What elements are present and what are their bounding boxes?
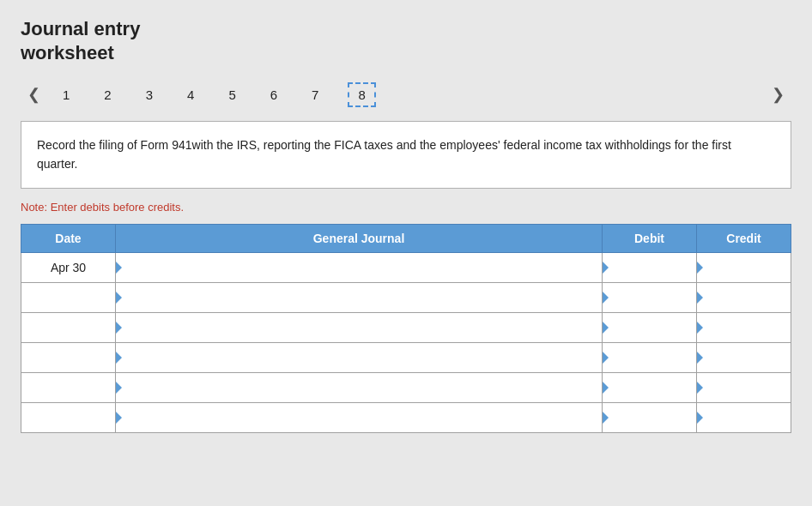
credit-cell-3[interactable]	[697, 342, 791, 372]
journal-input-0[interactable]	[116, 253, 602, 282]
journal-cell-3[interactable]	[116, 342, 603, 372]
debit-cell-5[interactable]	[603, 402, 697, 432]
triangle-icon	[116, 292, 122, 304]
debit-cell-3[interactable]	[603, 342, 697, 372]
nav-num-3[interactable]: 3	[141, 84, 158, 105]
journal-input-4[interactable]	[116, 373, 602, 402]
journal-cell-2[interactable]	[116, 312, 603, 342]
triangle-icon	[603, 322, 609, 334]
nav-numbers: 1 2 3 4 5 6 7 8	[47, 82, 765, 107]
triangle-icon	[697, 352, 703, 364]
table-row	[21, 402, 791, 432]
credit-input-3[interactable]	[697, 343, 791, 372]
date-cell-2	[21, 312, 116, 342]
triangle-icon	[116, 322, 122, 334]
triangle-icon	[603, 352, 609, 364]
triangle-icon	[697, 322, 703, 334]
nav-num-5[interactable]: 5	[223, 84, 240, 105]
journal-table: Date General Journal Debit Credit Apr 30	[21, 224, 791, 433]
debit-input-0[interactable]	[603, 253, 696, 282]
table-row	[21, 372, 791, 402]
journal-cell-0[interactable]	[116, 252, 603, 282]
col-header-debit: Debit	[603, 224, 697, 252]
nav-num-7[interactable]: 7	[306, 84, 324, 105]
credit-cell-2[interactable]	[697, 312, 791, 342]
credit-input-1[interactable]	[697, 283, 791, 312]
nav-num-8[interactable]: 8	[348, 82, 375, 107]
page-title: Journal entry worksheet	[21, 17, 791, 64]
debit-input-5[interactable]	[603, 403, 696, 432]
triangle-icon	[603, 262, 609, 274]
debit-cell-2[interactable]	[603, 312, 697, 342]
credit-input-2[interactable]	[697, 313, 791, 342]
journal-cell-4[interactable]	[116, 372, 603, 402]
date-cell-0: Apr 30	[21, 252, 116, 282]
table-row	[21, 342, 791, 372]
table-row: Apr 30	[21, 252, 791, 282]
debit-cell-0[interactable]	[603, 252, 697, 282]
debit-input-3[interactable]	[603, 343, 696, 372]
nav-num-2[interactable]: 2	[99, 84, 116, 105]
table-row	[21, 312, 791, 342]
triangle-icon	[697, 292, 703, 304]
date-cell-4	[21, 372, 116, 402]
triangle-icon	[697, 412, 703, 424]
credit-input-5[interactable]	[697, 403, 791, 432]
triangle-icon	[697, 382, 703, 394]
journal-input-5[interactable]	[116, 403, 602, 432]
credit-cell-1[interactable]	[697, 282, 791, 312]
col-header-date: Date	[21, 224, 116, 252]
debit-input-2[interactable]	[603, 313, 696, 342]
description-text: Record the filing of Form 941with the IR…	[37, 138, 731, 171]
journal-input-3[interactable]	[116, 343, 602, 372]
triangle-icon	[603, 292, 609, 304]
debit-input-4[interactable]	[603, 373, 696, 402]
debit-input-1[interactable]	[603, 283, 696, 312]
nav-num-1[interactable]: 1	[58, 84, 75, 105]
triangle-icon	[116, 352, 122, 364]
credit-cell-4[interactable]	[697, 372, 791, 402]
nav-num-6[interactable]: 6	[265, 84, 282, 105]
credit-input-0[interactable]	[697, 253, 791, 282]
date-cell-1	[21, 282, 116, 312]
credit-input-4[interactable]	[697, 373, 791, 402]
col-header-credit: Credit	[697, 224, 791, 252]
credit-cell-0[interactable]	[697, 252, 791, 282]
note-text: Note: Enter debits before credits.	[21, 201, 791, 214]
triangle-icon	[116, 262, 122, 274]
nav-num-4[interactable]: 4	[182, 84, 199, 105]
journal-input-2[interactable]	[116, 313, 602, 342]
credit-cell-5[interactable]	[697, 402, 791, 432]
journal-cell-1[interactable]	[116, 282, 603, 312]
nav-bar: ❮ 1 2 3 4 5 6 7 8 ❯	[21, 81, 791, 107]
journal-input-1[interactable]	[116, 283, 602, 312]
journal-cell-5[interactable]	[116, 402, 603, 432]
triangle-icon	[697, 262, 703, 274]
triangle-icon	[603, 382, 609, 394]
debit-cell-4[interactable]	[603, 372, 697, 402]
prev-arrow[interactable]: ❮	[21, 81, 47, 107]
col-header-journal: General Journal	[116, 224, 603, 252]
triangle-icon	[116, 412, 122, 424]
description-box: Record the filing of Form 941with the IR…	[21, 121, 791, 189]
date-cell-5	[21, 402, 116, 432]
next-arrow[interactable]: ❯	[765, 81, 791, 107]
triangle-icon	[603, 412, 609, 424]
debit-cell-1[interactable]	[603, 282, 697, 312]
date-cell-3	[21, 342, 116, 372]
triangle-icon	[116, 382, 122, 394]
table-row	[21, 282, 791, 312]
